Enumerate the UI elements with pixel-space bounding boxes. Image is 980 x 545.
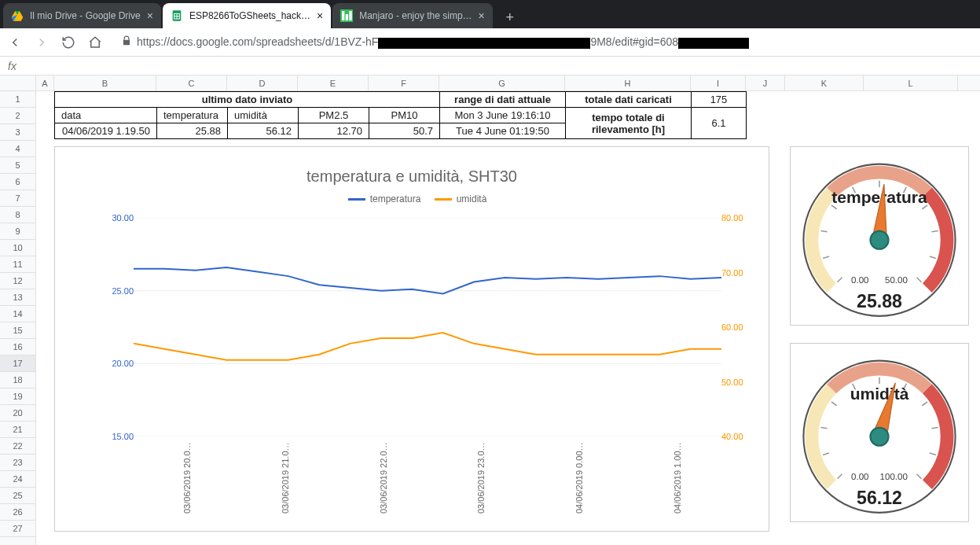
browser-tab-strip: Il mio Drive - Google Drive × ESP8266ToG… (0, 0, 980, 28)
row-header[interactable]: 22 (0, 438, 35, 455)
axis-tick: 80.00 (721, 213, 761, 223)
row-header[interactable]: 10 (0, 240, 35, 256)
svg-rect-10 (350, 11, 352, 20)
forward-button[interactable] (33, 34, 50, 51)
line-chart[interactable]: temperatura e umidità, SHT30 temperatura… (54, 146, 769, 532)
column-header[interactable]: D (227, 75, 298, 90)
row-header[interactable]: 9 (0, 223, 35, 240)
svg-point-28 (870, 231, 888, 249)
tab-title: ESP8266ToGSheets_hack… (189, 10, 310, 21)
svg-point-42 (870, 428, 888, 446)
tab-title: Il mio Drive - Google Drive (30, 10, 141, 21)
gauge-max: 50.00 (885, 275, 908, 285)
gauge-temperatura[interactable]: temperatura0.0050.0025.88 (790, 146, 969, 326)
gauge-umidita[interactable]: umidità0.00100.0056.12 (790, 343, 969, 522)
row-header[interactable]: 7 (0, 190, 35, 207)
row-header[interactable]: 18 (0, 372, 35, 388)
row-header[interactable]: 24 (0, 471, 35, 488)
row-header[interactable]: 13 (0, 289, 35, 306)
column-header[interactable]: F (369, 75, 439, 90)
legend-swatch-umid (435, 198, 452, 201)
axis-tick: 60.00 (721, 322, 761, 332)
row-header[interactable]: 6 (0, 174, 35, 190)
column-header[interactable]: J (746, 75, 785, 90)
row-header[interactable]: 15 (0, 322, 35, 339)
label-data: data (55, 108, 157, 123)
tab-drive[interactable]: Il mio Drive - Google Drive × (3, 3, 161, 28)
url-prefix: https://docs.google.com/spreadsheets/d/1… (137, 35, 378, 48)
plot-area (134, 218, 721, 436)
select-all-corner[interactable] (0, 75, 36, 90)
row-header[interactable]: 25 (0, 488, 35, 504)
axis-tick: 70.00 (721, 268, 761, 278)
row-header[interactable]: 19 (0, 388, 35, 405)
column-header[interactable]: I (691, 75, 746, 90)
column-header[interactable]: K (785, 75, 864, 90)
row-header[interactable]: 8 (0, 207, 35, 223)
y-axis-right: 80.0070.0060.0050.0040.00 (721, 218, 761, 436)
row-header[interactable]: 12 (0, 273, 35, 289)
url-suffix: 9M8/edit#gid=608 (590, 35, 678, 48)
label-pm10: PM10 (369, 108, 440, 123)
svg-rect-9 (346, 14, 348, 20)
value-data: 04/06/2019 1.19.50 (55, 123, 157, 139)
column-header[interactable]: L (864, 75, 958, 90)
label-umid: umidità (228, 108, 299, 123)
column-header[interactable]: H (565, 75, 691, 90)
axis-tick: 03/06/2019 23.0… (476, 442, 486, 514)
sheets-icon (171, 9, 183, 22)
axis-tick: 40.00 (721, 432, 761, 441)
row-header[interactable]: 1 (0, 91, 35, 108)
column-header[interactable]: B (54, 75, 156, 90)
column-header[interactable]: C (156, 75, 227, 90)
value-pm25: 12.70 (299, 123, 369, 139)
row-header[interactable]: 26 (0, 504, 35, 521)
row-header[interactable]: 20 (0, 405, 35, 422)
row-header[interactable]: 5 (0, 157, 35, 174)
axis-tick: 25.00 (94, 286, 134, 296)
row-header[interactable]: 14 (0, 306, 35, 322)
column-header[interactable]: E (298, 75, 369, 90)
header-range: range di dati attuale (440, 92, 566, 108)
row-header[interactable]: 27 (0, 521, 35, 537)
tab-sheets[interactable]: ESP8266ToGSheets_hack… × (163, 3, 331, 28)
axis-tick: 30.00 (94, 213, 134, 223)
column-headers: ABCDEFGHIJKL (0, 75, 980, 91)
home-button[interactable] (86, 34, 104, 51)
gauge-value: 56.12 (857, 488, 902, 508)
reload-button[interactable] (60, 34, 77, 51)
chart-title: temperatura e umidità, SHT30 (55, 168, 769, 186)
table-row: ultimo dato inviato range di dati attual… (55, 92, 747, 108)
spreadsheet-grid[interactable]: ABCDEFGHIJKL 123456789101112131415161718… (0, 75, 980, 545)
row-header[interactable]: 3 (0, 124, 35, 141)
row-header[interactable]: 2 (0, 108, 35, 124)
column-header[interactable]: A (36, 75, 54, 90)
range-to: Tue 4 June 01:19:50 (440, 123, 566, 139)
row-header[interactable]: 21 (0, 422, 35, 438)
table-row: data temperatura umidità PM2.5 PM10 Mon … (55, 108, 747, 123)
row-header[interactable]: 4 (0, 141, 35, 157)
label-temp: temperatura (157, 108, 228, 123)
row-header[interactable]: 11 (0, 256, 35, 273)
fx-label: fx (8, 60, 17, 72)
label-pm25: PM2.5 (299, 108, 369, 123)
close-icon[interactable]: × (317, 10, 323, 21)
row-header[interactable]: 23 (0, 455, 35, 471)
column-header[interactable]: G (439, 75, 565, 90)
browser-toolbar: https://docs.google.com/spreadsheets/d/1… (0, 28, 980, 57)
gauge-value: 25.88 (857, 291, 902, 311)
gauge-min: 0.00 (851, 472, 868, 481)
back-button[interactable] (6, 34, 24, 51)
tab-title: Manjaro - enjoy the simp… (359, 10, 472, 21)
formula-bar[interactable]: fx (0, 57, 980, 75)
close-icon[interactable]: × (479, 10, 485, 21)
tab-manjaro[interactable]: Manjaro - enjoy the simp… × (332, 3, 493, 28)
row-header[interactable]: 16 (0, 339, 35, 355)
axis-tick: 04/06/2019 1.00… (673, 442, 682, 514)
close-icon[interactable]: × (147, 10, 153, 21)
gauge-min: 0.00 (851, 275, 868, 285)
summary-table: ultimo dato inviato range di dati attual… (54, 91, 747, 139)
new-tab-button[interactable]: + (499, 6, 521, 28)
row-header[interactable]: 17 (0, 355, 35, 372)
address-bar[interactable]: https://docs.google.com/spreadsheets/d/1… (113, 31, 974, 53)
